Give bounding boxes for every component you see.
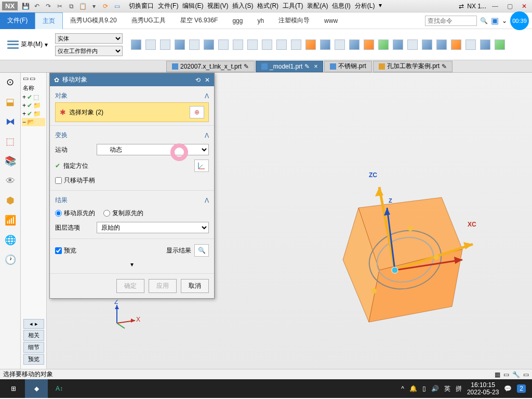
doc-tab[interactable]: 不锈钢.prt — [324, 61, 371, 72]
menu-switch-window[interactable]: 切换窗口 — [129, 2, 154, 10]
tool-icon[interactable] — [335, 39, 345, 50]
chevron-down-icon[interactable]: ▾ — [130, 261, 134, 268]
tab-yanxiu-mold[interactable]: 燕秀UG模具9.20 — [63, 12, 124, 29]
more-icon[interactable]: ▾ — [89, 2, 99, 11]
edit-icon[interactable]: ✎ — [442, 63, 447, 70]
notification-badge[interactable]: 2 — [517, 384, 526, 393]
menu-tools[interactable]: 工具(T) — [283, 2, 303, 10]
tab-yh[interactable]: yh — [250, 12, 271, 29]
section-transform[interactable]: 变换ᐱ — [55, 129, 209, 142]
tool-icon[interactable] — [320, 39, 330, 50]
handle-only-checkbox[interactable] — [55, 177, 62, 184]
dialog-title-bar[interactable]: ✿ 移动对象 ⟲✕ — [50, 73, 214, 86]
side-tab-detail[interactable]: 细节 — [23, 342, 44, 353]
tree-item[interactable]: −📂 — [22, 118, 45, 126]
tool-icon[interactable] — [131, 39, 141, 50]
tool-icon[interactable] — [436, 39, 447, 50]
edit-icon[interactable]: ✎ — [244, 63, 249, 70]
type-filter[interactable]: 实体 — [55, 33, 123, 44]
doc-tab[interactable]: 孔加工教学案例.prt✎ — [373, 61, 453, 72]
tool-icon[interactable] — [204, 39, 214, 50]
doc-tab[interactable]: 202007.x_t.lnk_x_t.prt✎ — [166, 61, 255, 72]
tab-home[interactable]: 主页 — [35, 12, 63, 29]
close-tab-icon[interactable]: × — [314, 63, 317, 70]
radio-copy[interactable]: 复制原先的 — [103, 209, 143, 218]
rail-icon[interactable]: 🌐 — [3, 233, 18, 247]
status-icon[interactable]: ▭ — [523, 371, 529, 378]
doc-tab[interactable]: _model1.prt✎× — [256, 61, 323, 72]
layer-select[interactable]: 原始的 — [97, 222, 209, 233]
menu-file[interactable]: 文件(F) — [158, 2, 178, 10]
scope-filter[interactable]: 仅在工作部件内 — [55, 46, 123, 56]
tool-icon[interactable] — [466, 39, 476, 50]
rail-icon[interactable]: ⊙ — [3, 75, 18, 89]
rail-icon[interactable]: ⬚ — [3, 134, 18, 149]
redo-icon[interactable]: ↷ — [44, 2, 53, 11]
close-icon[interactable]: ✕ — [520, 2, 529, 11]
tray-volume-icon[interactable]: 🔊 — [431, 385, 439, 392]
menu-insert[interactable]: 插入(S) — [232, 2, 253, 10]
tool-icon[interactable] — [393, 39, 403, 50]
start-button[interactable]: ⊞ — [2, 379, 25, 398]
refresh-icon[interactable]: ⟳ — [101, 2, 110, 11]
edit-icon[interactable]: ✎ — [304, 63, 310, 70]
motion-select[interactable]: 动态 — [97, 144, 209, 155]
menu-more[interactable]: ▾ — [379, 2, 382, 10]
tool-icon[interactable] — [262, 39, 272, 50]
tree-item[interactable]: +✔⬚ — [22, 93, 45, 101]
menu-analysis[interactable]: 分析(L) — [355, 2, 375, 10]
menu-info[interactable]: 信息(I) — [332, 2, 350, 10]
tool-icon[interactable] — [218, 39, 229, 50]
tool-icon[interactable] — [276, 39, 287, 50]
rail-icon[interactable]: 👁 — [3, 174, 18, 188]
paste-icon[interactable]: 📋 — [78, 2, 87, 11]
cancel-button[interactable]: 取消 — [181, 279, 209, 293]
ime-indicator[interactable]: 英 — [444, 384, 450, 393]
side-tab-related[interactable]: 相关 — [23, 330, 44, 341]
preview-checkbox[interactable] — [55, 247, 62, 254]
select-target-icon[interactable]: ⊕ — [190, 106, 204, 118]
tray-bell-icon[interactable]: 🔔 — [409, 385, 417, 392]
tab-file[interactable]: 文件(F) — [0, 12, 35, 29]
tool-icon[interactable] — [233, 39, 243, 50]
tab-yanxiu-tools[interactable]: 燕秀UG工具 — [124, 12, 173, 29]
ime-mode[interactable]: 拼 — [456, 384, 462, 393]
csys-icon[interactable] — [194, 159, 209, 172]
collapse-ribbon-icon[interactable]: ⌄ — [502, 17, 507, 24]
copy-icon[interactable]: ⧉ — [66, 2, 76, 11]
tool-icon[interactable] — [349, 39, 360, 50]
tool-icon[interactable] — [145, 39, 156, 50]
side-tab-preview[interactable]: 预览 — [23, 354, 44, 365]
apply-button[interactable]: 应用 — [149, 279, 177, 293]
save-icon[interactable]: 💾 — [21, 2, 30, 11]
tool-icon[interactable] — [451, 39, 461, 50]
tab-ggg[interactable]: ggg — [225, 12, 250, 29]
minimize-icon[interactable]: — — [490, 2, 500, 11]
rail-icon[interactable]: ⬓ — [3, 95, 18, 109]
show-result-icon[interactable]: 🔍 — [194, 244, 209, 257]
tool-icon[interactable] — [291, 39, 301, 50]
nx-switch-icon[interactable]: ⇄ — [459, 3, 464, 10]
undo-icon[interactable]: ↶ — [32, 2, 42, 11]
select-object-row[interactable]: ✱ 选择对象 (2) ⊕ — [55, 102, 209, 122]
gear-icon[interactable]: ✿ — [54, 76, 59, 84]
ok-button[interactable]: 确定 — [116, 279, 144, 293]
tool-icon[interactable] — [407, 39, 418, 50]
status-icon[interactable]: ▦ — [495, 371, 500, 378]
rail-icon[interactable]: ⧓ — [3, 114, 18, 129]
taskbar-app[interactable]: A↕ — [48, 379, 71, 398]
fullscreen-icon[interactable]: ▣ — [491, 16, 499, 25]
rail-icon[interactable]: ⬢ — [3, 193, 18, 208]
menu-format[interactable]: 格式(R) — [257, 2, 278, 10]
close-dialog-icon[interactable]: ✕ — [205, 76, 210, 84]
section-result[interactable]: 结果ᐱ — [55, 194, 209, 207]
tree-item[interactable]: +✔📁 — [22, 110, 45, 118]
section-object[interactable]: 对象ᐱ — [55, 89, 209, 102]
clock[interactable]: 16:10:15 2022-05-23 — [467, 381, 499, 396]
menu-button[interactable]: 菜单(M) ▾ — [3, 38, 52, 51]
tab-mold-wizard[interactable]: 注塑模向导 — [271, 12, 317, 29]
tool-icon[interactable] — [364, 39, 374, 50]
rail-icon[interactable]: 📚 — [3, 154, 18, 168]
cut-icon[interactable]: ✂ — [55, 2, 64, 11]
tool-icon[interactable] — [247, 39, 258, 50]
